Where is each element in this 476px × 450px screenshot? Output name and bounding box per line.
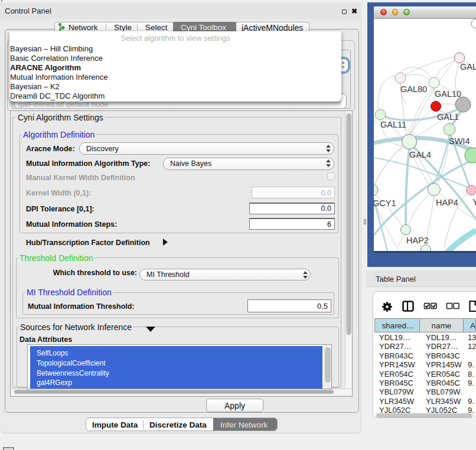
svg-text:GAL1: GAL1 bbox=[437, 112, 459, 122]
svg-text:GAL80: GAL80 bbox=[400, 84, 427, 94]
svg-text:HAP4: HAP4 bbox=[436, 198, 458, 207]
svg-text:GAL10: GAL10 bbox=[435, 89, 461, 99]
svg-text:GAL4: GAL4 bbox=[409, 150, 431, 159]
svg-text:HAP2: HAP2 bbox=[406, 236, 429, 245]
svg-text:GCY1: GCY1 bbox=[374, 198, 396, 208]
svg-text:GAL11: GAL11 bbox=[380, 120, 406, 129]
svg-text:SWI4: SWI4 bbox=[449, 136, 470, 146]
svg-text:Y: Y bbox=[472, 197, 476, 207]
svg-text:GAL8: GAL8 bbox=[460, 62, 476, 71]
